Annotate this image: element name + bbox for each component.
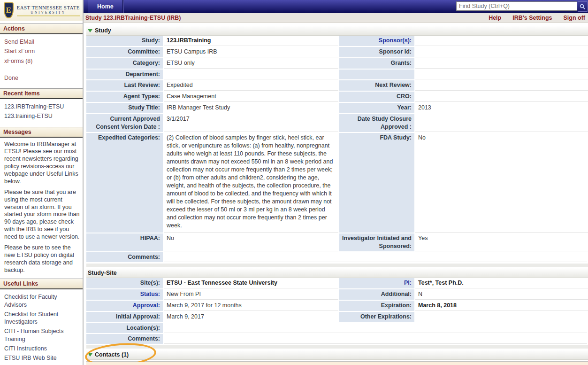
useful-link-citi-training[interactable]: CITI - Human Subjects Training: [0, 326, 83, 344]
field-label: Agent Types:: [86, 92, 163, 102]
university-name: East Tennessee State UNIVERSITY: [17, 5, 80, 16]
section-divider: [86, 264, 588, 267]
field-label: Comments:: [86, 252, 163, 262]
field-value: No: [415, 133, 588, 233]
field-value: Case Management: [164, 92, 338, 102]
find-study-input[interactable]: [456, 1, 577, 11]
field-value: [164, 70, 338, 79]
send-email-link[interactable]: Send EMail: [0, 37, 83, 47]
useful-link-etsu-irb-site[interactable]: ETSU IRB Web Site: [0, 353, 83, 363]
field-row: Expedited Categories: (2) Collection of …: [86, 133, 588, 233]
messages-section-header: Messages: [0, 127, 83, 138]
field-row: Status: New From PI Additional: N: [86, 289, 588, 300]
field-label: Expiration:: [339, 301, 414, 311]
field-row: Approval: March 9, 2017 for 12 months Ex…: [86, 301, 588, 311]
irb-settings-link[interactable]: IRB's Settings: [512, 15, 552, 21]
field-label: Next Review:: [339, 80, 414, 91]
university-name-line1: East Tennessee State: [17, 5, 80, 10]
field-value: [164, 323, 587, 333]
main-area: Home Study 123.IRBTraining-ETSU (IRB) He…: [84, 0, 588, 365]
field-value: Test*, Test Ph.D.: [415, 278, 588, 288]
field-label: CRO:: [339, 92, 414, 102]
search-button[interactable]: [578, 1, 588, 12]
find-study-search: [456, 1, 588, 12]
field-row: Study: 123.IRBTraining Sponsor(s):: [86, 36, 588, 46]
field-value: [415, 80, 588, 91]
start-xform-link[interactable]: Start xForm: [0, 47, 83, 56]
useful-link-citi-instructions[interactable]: CITI Instructions: [0, 344, 83, 353]
contacts-header-wrap: Contacts (1): [86, 350, 588, 360]
university-name-line2: UNIVERSITY: [17, 10, 80, 16]
field-value: [415, 47, 588, 57]
field-value: March 9, 2017: [164, 312, 338, 322]
useful-link-checklist-student[interactable]: Checklist for Student Investigators: [0, 310, 83, 327]
pi-link-label[interactable]: PI:: [339, 278, 414, 288]
field-label: [339, 70, 414, 79]
field-value: Expedited: [164, 80, 338, 91]
messages-body: Welcome to IRBManager at ETSU! Please se…: [0, 141, 83, 274]
recent-item-irbtraining[interactable]: 123.IRBTraining-ETSU: [0, 102, 83, 111]
useful-link-checklist-faculty[interactable]: Checklist for Faculty Advisors: [0, 292, 83, 310]
field-row: Comments:: [86, 252, 588, 262]
field-value: [415, 58, 588, 69]
contacts-section-header[interactable]: Contacts (1): [86, 350, 588, 360]
field-value: 123.IRBTraining: [164, 36, 338, 46]
field-value: IRB Manager Test Study: [164, 103, 338, 113]
field-row: Department:: [86, 70, 588, 79]
field-value: March 9, 2017 for 12 months: [164, 301, 338, 311]
field-value: [415, 312, 588, 322]
field-label: Additional:: [339, 289, 414, 300]
field-row: Last Review: Expedited Next Review:: [86, 80, 588, 91]
field-label: FDA Study:: [339, 133, 414, 233]
field-row: Location(s):: [86, 323, 588, 333]
field-label: Sponsor Id:: [339, 47, 414, 57]
recent-items-section-header: Recent Items: [0, 88, 83, 99]
field-label: Investigator Initiated and Sponsored:: [339, 233, 414, 251]
field-label: Study:: [86, 36, 163, 46]
message-paragraph: Please be sure that you are using the mo…: [4, 189, 80, 241]
field-label: Study Title:: [86, 103, 163, 113]
field-value: 3/1/2017: [164, 114, 338, 132]
field-row: HIPAA: No Investigator Initiated and Spo…: [86, 233, 588, 251]
field-value: No: [164, 233, 338, 251]
field-value: [415, 92, 588, 102]
field-row: Committee: ETSU Campus IRB Sponsor Id:: [86, 47, 588, 57]
recent-items-links: 123.IRBTraining-ETSU 123.training-ETSU: [0, 99, 83, 122]
title-bar-links: Help IRB's Settings Sign off: [489, 15, 586, 21]
field-value: ETSU only: [164, 58, 338, 69]
status-link-label[interactable]: Status:: [86, 289, 163, 300]
study-site-section-header[interactable]: Study-Site: [86, 268, 588, 278]
recent-item-training[interactable]: 123.training-ETSU: [0, 111, 83, 121]
field-row: Initial Approval: March 9, 2017 Other Ex…: [86, 312, 588, 322]
useful-link-form-129[interactable]: Form 129 (Is it Human: [0, 363, 83, 365]
field-label: Committee:: [86, 47, 163, 57]
field-value: New From PI: [164, 289, 338, 300]
xforms-link[interactable]: xForms (8): [0, 56, 83, 66]
field-value: 2013: [415, 103, 588, 113]
actions-section-header: Actions: [0, 23, 83, 34]
field-value: [415, 114, 588, 132]
irbmanager-page: E East Tennessee State UNIVERSITY Action…: [0, 0, 588, 365]
field-value: ETSU - East Tennessee State University: [164, 278, 338, 288]
approval-link-label[interactable]: Approval:: [86, 301, 163, 311]
field-label: Last Review:: [86, 80, 163, 91]
field-label: HIPAA:: [86, 233, 163, 251]
top-navigation-bar: Home: [84, 0, 588, 13]
next-section-strip: [86, 362, 588, 365]
field-value: Yes: [415, 233, 588, 251]
actions-links: Send EMail Start xForm xForms (8) Done: [0, 34, 83, 84]
done-link[interactable]: Done: [0, 73, 83, 83]
help-link[interactable]: Help: [489, 15, 501, 21]
study-site-section-title: Study-Site: [88, 270, 117, 276]
sign-off-link[interactable]: Sign off: [563, 15, 585, 21]
sponsors-link-label[interactable]: Sponsor(s):: [339, 36, 414, 46]
collapse-triangle-icon: [88, 353, 92, 357]
field-label: Comments:: [86, 334, 163, 344]
page-title: Study 123.IRBTraining-ETSU (IRB): [85, 15, 181, 21]
field-label: Department:: [86, 70, 163, 79]
study-section-header[interactable]: Study: [86, 26, 588, 36]
useful-links-section-header: Useful Links: [0, 279, 83, 289]
message-paragraph: Welcome to IRBManager at ETSU! Please se…: [4, 141, 80, 186]
field-row: Comments:: [86, 334, 588, 344]
tab-home[interactable]: Home: [88, 0, 123, 13]
